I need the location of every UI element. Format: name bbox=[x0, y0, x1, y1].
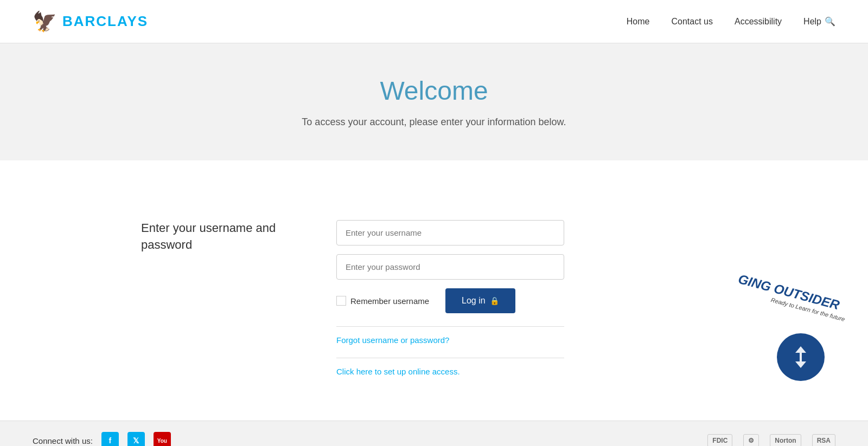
nav-home[interactable]: Home bbox=[627, 17, 650, 27]
forgot-credentials-link[interactable]: Forgot username or password? bbox=[336, 335, 727, 345]
nav-help[interactable]: Help bbox=[803, 17, 821, 27]
nav-help-area: Help 🔍 bbox=[803, 16, 835, 27]
remember-username-label[interactable]: Remember username bbox=[336, 296, 429, 306]
login-instruction-label: Enter your username and password bbox=[141, 220, 293, 254]
barclays-eagle-icon: 🦅 bbox=[33, 10, 57, 33]
search-icon[interactable]: 🔍 bbox=[825, 16, 835, 27]
lock-icon: 🔒 bbox=[490, 296, 499, 305]
facebook-icon[interactable]: f bbox=[101, 432, 119, 446]
twitter-icon[interactable]: 𝕏 bbox=[127, 432, 145, 446]
welcome-subtitle: To access your account, please enter you… bbox=[11, 117, 857, 128]
remember-username-text: Remember username bbox=[350, 296, 429, 306]
username-field-wrapper bbox=[336, 220, 727, 245]
password-field-wrapper bbox=[336, 254, 727, 280]
form-divider bbox=[336, 326, 564, 327]
form-actions: Remember username Log in 🔒 bbox=[336, 288, 564, 313]
logo-area: 🦅 BARCLAYS bbox=[33, 10, 148, 33]
remember-username-checkbox[interactable] bbox=[336, 296, 346, 306]
login-section: Enter your username and password Remembe… bbox=[108, 188, 760, 404]
main-nav: Home Contact us Accessibility Help 🔍 bbox=[627, 16, 835, 27]
logo-text: BARCLAYS bbox=[62, 13, 148, 30]
setup-access-link[interactable]: Click here to set up online access. bbox=[336, 367, 727, 376]
security-badge: ⚙ bbox=[743, 434, 759, 446]
form-divider-2 bbox=[336, 358, 564, 358]
left-panel: Enter your username and password bbox=[108, 220, 315, 383]
header: 🦅 BARCLAYS Home Contact us Accessibility… bbox=[0, 0, 868, 43]
hero-section: Welcome To access your account, please e… bbox=[0, 43, 868, 160]
login-button-label: Log in bbox=[462, 296, 486, 306]
password-input[interactable] bbox=[336, 254, 564, 280]
login-button[interactable]: Log in 🔒 bbox=[445, 288, 515, 313]
rsa-badge: RSA bbox=[812, 434, 835, 446]
welcome-title: Welcome bbox=[11, 76, 857, 106]
security-badges: FDIC ⚙ Norton RSA bbox=[707, 434, 835, 446]
connect-label: Connect with us: bbox=[33, 436, 93, 445]
username-input[interactable] bbox=[336, 220, 564, 245]
footer: Connect with us: f 𝕏 You FDIC ⚙ Norton R… bbox=[0, 421, 868, 446]
youtube-icon[interactable]: You bbox=[154, 432, 171, 446]
nav-contact[interactable]: Contact us bbox=[671, 17, 712, 27]
fdic-badge: FDIC bbox=[707, 434, 732, 446]
nav-accessibility[interactable]: Accessibility bbox=[735, 17, 782, 27]
login-form: Remember username Log in 🔒 Forgot userna… bbox=[315, 220, 760, 383]
norton-badge: Norton bbox=[770, 434, 801, 446]
social-links-area: Connect with us: f 𝕏 You bbox=[33, 432, 171, 446]
